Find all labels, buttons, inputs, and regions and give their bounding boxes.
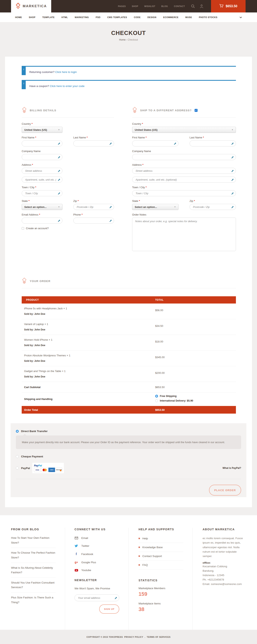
billing-phone-input[interactable] (73, 218, 114, 224)
nav-marketing[interactable]: MARKETING (75, 16, 89, 18)
nav-template[interactable]: TEMPLATE (42, 16, 54, 18)
billing-apartment-input[interactable] (22, 176, 62, 182)
order-notes-textarea[interactable] (132, 218, 236, 251)
blog-post-link[interactable]: What is So Alluring About Celebrity Fash… (11, 563, 56, 578)
billing-heading: BILLING DETAILS (30, 109, 56, 112)
billing-zip-input[interactable] (73, 204, 114, 210)
logo[interactable]: MARKETICA (11, 0, 51, 12)
international-delivery-radio[interactable]: International Delivery: $5.90 (155, 399, 232, 402)
last-name-label: Last Name * (190, 136, 236, 139)
shipping-apartment-input[interactable] (132, 176, 236, 182)
knowledge-base-link[interactable]: Knowladge Base (138, 543, 183, 552)
nav-home[interactable]: HOME (15, 16, 22, 18)
blog-heading: FROM OUR BLOG (11, 528, 56, 531)
google-plus-link[interactable]: g+ Google Plus (74, 561, 119, 564)
nav-ecommerce[interactable]: ECOMMERCE (163, 16, 178, 18)
pen-icon (231, 142, 234, 146)
newsletter-email-input[interactable] (74, 594, 119, 601)
marketplace-members-count: 159 (138, 591, 183, 597)
shipping-town-input[interactable] (132, 190, 236, 196)
zip-label: Zip * (190, 200, 236, 203)
chevron-down-icon[interactable] (240, 16, 242, 19)
bank-transfer-label: Direct Bank Transfer (21, 430, 48, 433)
table-row: iPhone 5s with Headphones Jack × 1 Sold … (22, 304, 236, 319)
top-nav-blog[interactable]: BLOG (162, 5, 168, 8)
shipping-street-input[interactable] (132, 168, 236, 174)
billing-first-name-input[interactable] (22, 140, 62, 146)
nav-cms-templates[interactable]: CMS TEMPLATES (107, 16, 127, 18)
blog-post-link[interactable]: Should You Use Fashion Consultant Servic… (11, 578, 56, 592)
contact-support-link[interactable]: Contact Support (138, 552, 183, 561)
billing-state-select[interactable]: Select an option... ▼ (22, 204, 62, 210)
place-order-button[interactable]: PLACE ORDER (209, 485, 241, 496)
blog-post-link[interactable]: How To Choose The Perfect Fashion Store? (11, 548, 56, 563)
what-is-paypal-link[interactable]: What is PayPal? (222, 467, 241, 470)
billing-last-name-input[interactable] (73, 140, 114, 146)
product-column-header: PRODUCT (26, 298, 155, 301)
billing-email-input[interactable] (22, 218, 62, 224)
billing-street-input[interactable] (22, 168, 62, 174)
cart-button[interactable]: $653.50 (211, 0, 246, 12)
billing-town-input[interactable] (22, 190, 62, 196)
shipping-last-name-input[interactable] (190, 140, 236, 146)
top-nav-wishlist[interactable]: WISHLIST (144, 5, 156, 8)
terms-link[interactable]: TERMS OF SERVICES (147, 636, 171, 638)
address-line: Ph. +6212345678 (202, 578, 247, 582)
shipping-zip-input[interactable] (190, 204, 236, 210)
shipping-company-input[interactable] (132, 154, 236, 160)
billing-company-input[interactable] (22, 154, 62, 160)
visa-icon: VISA (34, 468, 40, 472)
bullet-icon (138, 546, 140, 548)
bank-transfer-description: Make your payment directly into our bank… (16, 436, 241, 449)
footer: FROM OUR BLOG How To Start Your Own Fash… (0, 515, 257, 630)
nav-shop[interactable]: SHOP (29, 16, 36, 18)
bank-transfer-radio[interactable]: Direct Bank Transfer (16, 430, 241, 433)
nav-design[interactable]: DESIGN (147, 16, 156, 18)
email-link[interactable]: Email (74, 536, 119, 540)
shipping-country-select[interactable]: United States (US) ▼ (132, 127, 236, 133)
coupon-notice: i Have a coupon? Click here to enter you… (22, 80, 236, 91)
blog-post-link[interactable]: Plus Size Fashion: Is There Such a Thing… (11, 592, 56, 607)
facebook-link[interactable]: f Facebook (74, 552, 119, 556)
sign-up-button[interactable]: SIGN UP (99, 604, 119, 614)
search-icon[interactable] (191, 4, 195, 8)
address-line: Bandung. (202, 569, 247, 573)
ship-different-checkbox[interactable]: ✓ (194, 109, 198, 112)
faq-link[interactable]: FAQ (138, 561, 183, 570)
free-shipping-radio[interactable]: Free Shipping (155, 395, 232, 398)
cheque-payment-radio[interactable]: Cheque Payment (16, 455, 241, 458)
subtotal-label: Cart Subtotal (24, 386, 155, 389)
top-nav-pages[interactable]: PAGES (118, 5, 126, 8)
top-nav-shop[interactable]: SHOP (132, 5, 138, 8)
nav-html[interactable]: HTML (62, 16, 68, 18)
pen-icon (231, 178, 234, 182)
twitter-link[interactable]: Twitter (74, 544, 119, 548)
order-notes-label: Order Notes (132, 213, 236, 216)
product-name: Variant of Laptop × 1 (24, 322, 155, 326)
top-nav-contact[interactable]: CONTACT (174, 5, 185, 8)
login-link[interactable]: Click here to login (55, 70, 77, 74)
email-label: Email Address * (22, 213, 62, 216)
about-heading: ABOUT MARKETICA (202, 528, 247, 531)
coupon-link[interactable]: Click here to enter your code (50, 84, 84, 88)
shipping-first-name-input[interactable] (132, 140, 178, 146)
youtube-link[interactable]: Youtube (74, 569, 119, 572)
pen-icon (109, 219, 112, 223)
nav-psd[interactable]: PSD (96, 16, 100, 18)
subtotal-value: $653.50 (155, 386, 232, 389)
shipping-state-select[interactable]: Select an option... ▼ (132, 204, 178, 210)
help-link[interactable]: Help (138, 534, 183, 543)
breadcrumb-home[interactable]: Home (119, 38, 126, 41)
country-label: Country * (22, 122, 62, 126)
privacy-policy-link[interactable]: PRIVACY POLICY (124, 636, 143, 638)
nav-photo-stocks[interactable]: PHOTO STOCKS (199, 16, 217, 18)
pen-icon (231, 169, 234, 173)
zip-label: Zip * (73, 200, 114, 203)
nav-code[interactable]: CODE (134, 16, 140, 18)
blog-post-link[interactable]: How To Start Your Own Fashion Store? (11, 533, 56, 548)
nav-muse[interactable]: MUSE (185, 16, 192, 18)
user-account-icon[interactable] (200, 4, 204, 8)
radio-icon[interactable] (16, 467, 19, 470)
create-account-checkbox[interactable]: Create an account? (22, 227, 114, 230)
billing-country-select[interactable]: United States (US) ▼ (22, 127, 62, 133)
